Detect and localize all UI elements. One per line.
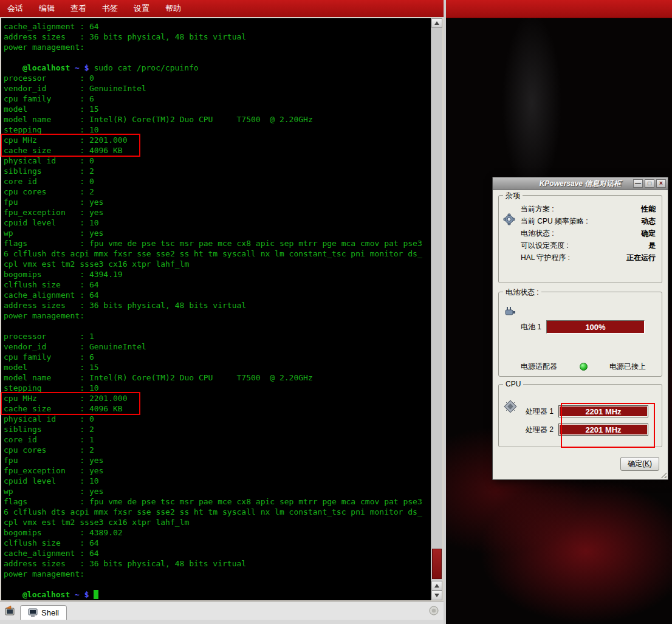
misc-group: 杂项 当前方案 : <box>498 195 662 283</box>
minimize-button[interactable]: — <box>633 179 643 188</box>
ok-accesskey: K <box>645 459 650 468</box>
terminal-prompt-line: @localhost ~ $ sudo cat /proc/cpuinfo <box>4 63 431 73</box>
info-value: 性能 <box>641 204 656 214</box>
battery-group: 电池状态 : 电池 1 100% 电源适配器 电源已接上 <box>498 292 662 377</box>
menu-item[interactable]: 设置 <box>134 3 149 14</box>
terminal-tabbar: Shell <box>0 602 444 620</box>
info-row: HAL 守护程序 : 正在运行 <box>521 252 656 264</box>
terminal-prompt-line-current: @localhost ~ $ <box>4 589 431 600</box>
resize-grip-icon[interactable] <box>659 471 667 478</box>
processor-row: 处理器 1 2201 MHz <box>526 405 648 417</box>
terminal-scrollbar[interactable] <box>431 18 442 600</box>
battery-level-bar: 100% <box>546 320 645 334</box>
info-row: 当前 CPU 频率策略 : 动态 <box>521 215 656 227</box>
terminal-text-top: cache_alignment : 64 address sizes : 36 … <box>4 21 431 63</box>
info-value: 动态 <box>641 216 656 227</box>
prompt-symbol: ~ $ <box>70 63 89 72</box>
prompt-host: @localhost <box>22 590 70 599</box>
adapter-status-led <box>580 363 588 371</box>
terminal-output[interactable]: cache_alignment : 64 address sizes : 36 … <box>1 18 431 600</box>
prompt-symbol: ~ $ <box>70 590 89 599</box>
new-session-button[interactable] <box>2 603 18 619</box>
processor-frequency-bar: 2201 MHz <box>558 423 648 436</box>
scrollbar-thumb[interactable] <box>432 549 442 579</box>
shell-tab-icon <box>28 608 38 617</box>
info-label: HAL 守护程序 : <box>521 253 570 263</box>
arrow-up-icon <box>434 584 439 588</box>
processor-label: 处理器 1 <box>526 406 554 417</box>
dialog-titlebar[interactable]: KPowersave 信息对话框 — □ × <box>493 177 668 190</box>
ok-label: 确定( <box>628 459 645 468</box>
close-button[interactable]: × <box>656 179 666 188</box>
scroll-down-button[interactable] <box>431 591 442 600</box>
cpu-chip-icon <box>503 399 518 416</box>
terminal-menubar: 会话 编辑 查看 书签 设置 帮助 <box>0 0 444 17</box>
processor-frequency: 2201 MHz <box>585 425 621 434</box>
info-label: 当前方案 : <box>521 204 554 214</box>
processor-label: 处理器 2 <box>526 425 554 435</box>
scroll-up-button-bottom[interactable] <box>431 581 442 591</box>
processor-row: 处理器 2 2201 MHz <box>526 423 648 436</box>
terminal-cursor <box>94 590 98 599</box>
dialog-body: 杂项 当前方案 : <box>493 190 668 479</box>
terminal-command: sudo cat /proc/cpuinfo <box>94 63 198 72</box>
terminal-text-main: processor : 0 vendor_id : GenuineIntel c… <box>4 73 431 589</box>
kpowersave-dialog: KPowersave 信息对话框 — □ × 杂项 <box>492 177 668 480</box>
info-value: 是 <box>648 241 656 251</box>
info-row: 可以设定亮度 : 是 <box>521 239 656 252</box>
arrow-down-icon <box>434 594 439 597</box>
cpu-group: CPU 处理器 1 2201 MHz <box>498 384 662 447</box>
info-value: 确定 <box>641 228 656 239</box>
battery-icon <box>504 304 517 320</box>
info-row: 电池状态 : 确定 <box>521 227 656 239</box>
new-session-icon <box>4 605 16 617</box>
processor-frequency: 2201 MHz <box>585 407 621 416</box>
info-label: 可以设定亮度 : <box>521 241 569 251</box>
info-label: 电池状态 : <box>521 228 554 239</box>
battery-row: 电池 1 100% <box>521 320 645 334</box>
arrow-up-icon <box>434 21 439 25</box>
adapter-label: 电源适配器 <box>521 362 557 372</box>
menu-item[interactable]: 查看 <box>70 3 86 14</box>
menu-item[interactable]: 帮助 <box>165 3 181 14</box>
gear-icon <box>502 203 521 264</box>
redacted-username <box>4 63 22 70</box>
adapter-row: 电源适配器 电源已接上 <box>521 362 646 372</box>
ok-button[interactable]: 确定(K) <box>620 457 659 471</box>
info-label: 当前 CPU 频率策略 : <box>521 216 588 227</box>
tab-shell[interactable]: Shell <box>20 605 67 620</box>
battery-group-title: 电池状态 : <box>503 287 541 298</box>
session-list-icon <box>428 605 439 616</box>
dialog-title: KPowersave 信息对话框 <box>540 179 622 189</box>
session-list-button[interactable] <box>427 604 441 619</box>
menu-item[interactable]: 书签 <box>102 3 118 14</box>
terminal-frame: cache_alignment : 64 address sizes : 36 … <box>0 17 444 602</box>
processor-frequency-bar: 2201 MHz <box>558 405 648 417</box>
menu-item[interactable]: 会话 <box>7 3 23 14</box>
menu-item[interactable]: 编辑 <box>39 3 55 14</box>
cpu-group-title: CPU <box>503 380 523 388</box>
maximize-button[interactable]: □ <box>645 179 654 188</box>
media-window-titlebar[interactable] <box>446 0 672 18</box>
window-buttons: — □ × <box>633 179 666 188</box>
terminal-window: 会话 编辑 查看 书签 设置 帮助 cache_alignment : 64 a… <box>0 0 444 624</box>
redacted-username <box>4 590 22 597</box>
adapter-status: 电源已接上 <box>609 362 646 372</box>
scroll-up-button[interactable] <box>431 18 442 28</box>
misc-group-title: 杂项 <box>503 191 523 201</box>
tab-label: Shell <box>41 608 59 617</box>
battery-percent: 100% <box>585 323 605 332</box>
info-value: 正在运行 <box>626 253 656 263</box>
info-row: 当前方案 : 性能 <box>521 203 656 215</box>
ok-label-suffix: ) <box>650 459 652 468</box>
battery-label: 电池 1 <box>521 322 541 332</box>
prompt-host: @localhost <box>22 63 70 72</box>
